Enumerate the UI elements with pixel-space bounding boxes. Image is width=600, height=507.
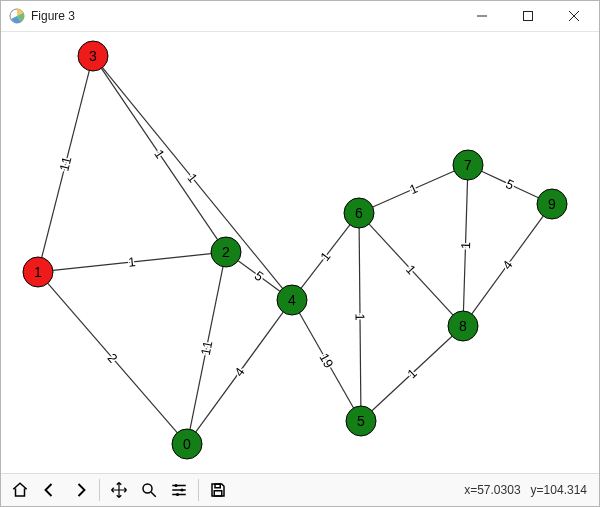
node-3: 3 xyxy=(78,41,108,71)
svg-text:5: 5 xyxy=(357,413,365,429)
toolbar-separator xyxy=(198,479,199,501)
pan-button[interactable] xyxy=(104,476,134,504)
app-window: Figure 3 211411115119111111540123456789 xyxy=(0,0,600,507)
edge-weight: 1 xyxy=(317,249,333,264)
home-button[interactable] xyxy=(5,476,35,504)
edge-weight: 11 xyxy=(56,155,74,173)
y-value: 104.314 xyxy=(544,483,587,497)
svg-rect-1 xyxy=(524,12,533,21)
edge-weight: 1 xyxy=(128,254,137,270)
nav-toolbar: x=57.0303 y=104.314 xyxy=(1,473,599,506)
titlebar: Figure 3 xyxy=(1,1,599,32)
svg-text:0: 0 xyxy=(183,436,191,452)
window-title: Figure 3 xyxy=(31,9,75,23)
node-5: 5 xyxy=(346,406,376,436)
forward-button[interactable] xyxy=(65,476,95,504)
graph-svg: 211411115119111111540123456789 xyxy=(1,32,599,473)
edge-weight: 2 xyxy=(104,350,120,365)
x-value: 57.0303 xyxy=(477,483,520,497)
edge-weight: 1 xyxy=(184,170,200,185)
svg-text:2: 2 xyxy=(222,244,230,260)
x-label: x= xyxy=(464,483,477,497)
edge-weight: 4 xyxy=(231,365,247,380)
node-1: 1 xyxy=(23,257,53,287)
minimize-button[interactable] xyxy=(459,1,505,31)
svg-point-23 xyxy=(175,484,178,487)
toolbar-separator xyxy=(99,479,100,501)
svg-text:3: 3 xyxy=(89,48,97,64)
plot-canvas[interactable]: 211411115119111111540123456789 xyxy=(1,32,599,473)
edge-weight: 11 xyxy=(198,339,216,356)
node-6: 6 xyxy=(344,198,374,228)
svg-point-25 xyxy=(176,493,179,496)
node-4: 4 xyxy=(277,285,307,315)
node-2: 2 xyxy=(211,237,241,267)
svg-text:8: 8 xyxy=(459,318,467,334)
configure-button[interactable] xyxy=(164,476,194,504)
edge-weight: 1 xyxy=(458,242,473,250)
svg-text:4: 4 xyxy=(288,292,296,308)
svg-point-24 xyxy=(181,489,184,492)
matplotlib-icon xyxy=(9,8,25,24)
edge-weight: 5 xyxy=(504,176,517,193)
svg-text:7: 7 xyxy=(464,157,472,173)
node-0: 0 xyxy=(172,429,202,459)
node-9: 9 xyxy=(537,189,567,219)
edge-weight: 5 xyxy=(252,268,267,284)
close-button[interactable] xyxy=(551,1,597,31)
svg-text:9: 9 xyxy=(548,196,556,212)
edge-weight: 4 xyxy=(499,258,515,273)
node-8: 8 xyxy=(448,311,478,341)
node-7: 7 xyxy=(453,150,483,180)
zoom-button[interactable] xyxy=(134,476,164,504)
svg-point-22 xyxy=(143,484,152,493)
edge-weight: 1 xyxy=(407,181,420,198)
edge-weight: 1 xyxy=(352,313,367,320)
coord-status: x=57.0303 y=104.314 xyxy=(444,469,587,507)
svg-rect-27 xyxy=(214,491,222,496)
back-button[interactable] xyxy=(35,476,65,504)
y-label: y= xyxy=(531,483,544,497)
svg-text:1: 1 xyxy=(34,264,42,280)
svg-text:6: 6 xyxy=(355,205,363,221)
save-button[interactable] xyxy=(203,476,233,504)
edge-weight: 1 xyxy=(151,147,167,161)
maximize-button[interactable] xyxy=(505,1,551,31)
edge-weight: 19 xyxy=(316,351,336,371)
svg-rect-26 xyxy=(215,484,220,488)
